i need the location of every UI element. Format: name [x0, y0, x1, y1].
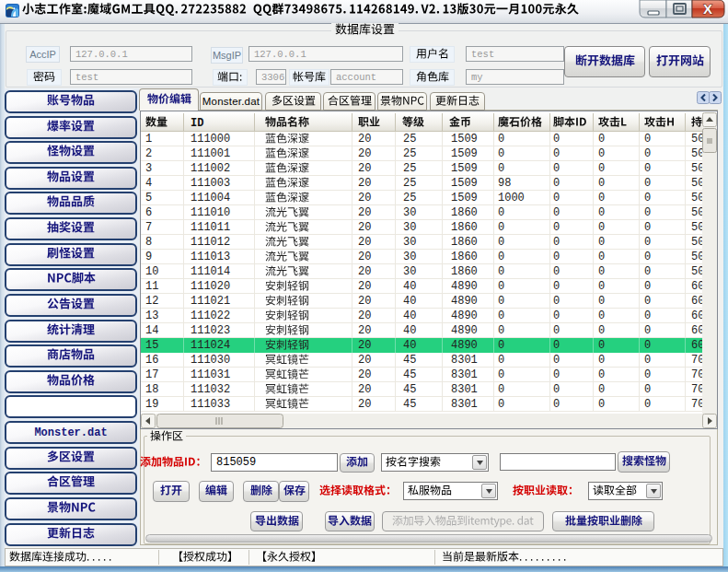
svg-text:X: X	[703, 1, 712, 17]
